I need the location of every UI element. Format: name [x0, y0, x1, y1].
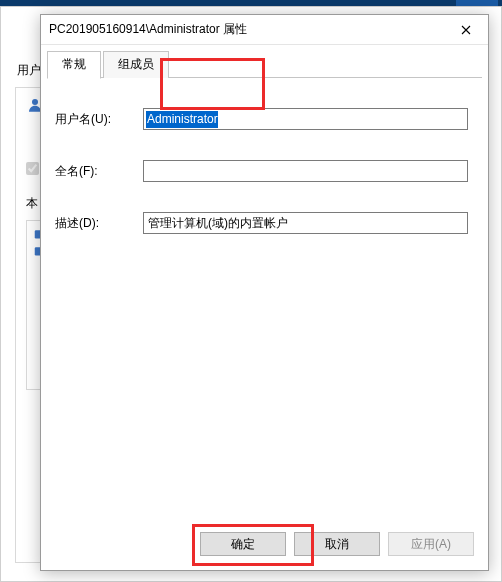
close-icon: [461, 25, 471, 35]
svg-point-0: [32, 99, 38, 105]
dialog-footer: 确定 取消 应用(A): [41, 522, 488, 570]
parent-checkbox: [26, 162, 39, 175]
tab-member-of[interactable]: 组成员: [103, 51, 169, 78]
tab-content-general: 用户名(U): Administrator 全名(F): 描述(D):: [41, 78, 488, 522]
fullname-field[interactable]: [143, 160, 468, 182]
label-fullname: 全名(F):: [55, 163, 143, 180]
username-field[interactable]: Administrator: [143, 108, 468, 130]
ok-button[interactable]: 确定: [200, 532, 286, 556]
tab-general[interactable]: 常规: [47, 51, 101, 79]
dialog-titlebar: PC201905160914\Administrator 属性: [41, 15, 488, 45]
label-username: 用户名(U):: [55, 111, 143, 128]
dialog-title: PC201905160914\Administrator 属性: [49, 21, 443, 38]
properties-dialog: PC201905160914\Administrator 属性 常规 组成员 用…: [40, 14, 489, 571]
tab-bar: 常规 组成员: [41, 45, 488, 78]
parent-label-users: 用户: [17, 62, 41, 79]
label-description: 描述(D):: [55, 215, 143, 232]
username-value-selected: Administrator: [146, 111, 218, 128]
apply-button[interactable]: 应用(A): [388, 532, 474, 556]
close-button[interactable]: [443, 15, 488, 45]
cancel-button[interactable]: 取消: [294, 532, 380, 556]
description-field[interactable]: [143, 212, 468, 234]
